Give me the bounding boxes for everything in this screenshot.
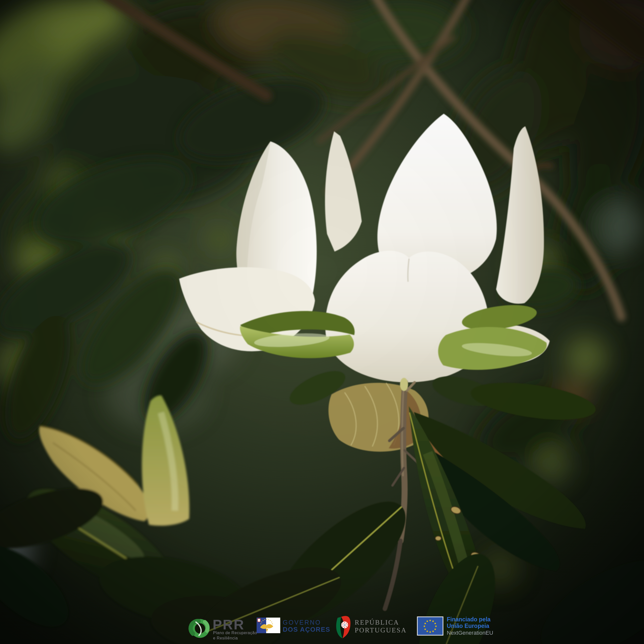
svg-text:★: ★ xyxy=(423,625,426,628)
governo-label-line1: GOVERNO xyxy=(283,619,321,626)
azores-flag-icon xyxy=(257,618,280,633)
photo-svg: PRR Plano de Recuperação e Resiliência xyxy=(0,0,644,644)
svg-text:★: ★ xyxy=(434,628,436,631)
eu-label-line1: Financiado pela xyxy=(447,616,491,623)
eu-flag-icon: ★ ★ ★ ★ ★ ★ ★ ★ ★ ★ ★ ★ xyxy=(417,617,443,635)
governo-label-line2: DOS AÇORES xyxy=(283,626,330,633)
vignette xyxy=(0,0,644,644)
eu-label-line3: NextGenerationEU xyxy=(447,630,493,636)
prr-tagline-line1: Plano de Recuperação xyxy=(213,631,257,635)
eu-label-line2: União Europeia xyxy=(447,623,489,629)
svg-text:★: ★ xyxy=(424,628,426,631)
azores-shield xyxy=(258,619,260,622)
svg-text:★: ★ xyxy=(426,620,429,623)
svg-text:★: ★ xyxy=(426,630,429,633)
republica-label-line1: REPÚBLICA xyxy=(355,619,399,626)
svg-text:★: ★ xyxy=(429,630,431,634)
svg-text:★: ★ xyxy=(432,630,434,633)
azores-logo: GOVERNO DOS AÇORES xyxy=(257,618,330,633)
magnolia-photo: PRR Plano de Recuperação e Resiliência xyxy=(0,0,644,644)
portugal-emblem xyxy=(341,622,348,628)
eu-logo: ★ ★ ★ ★ ★ ★ ★ ★ ★ ★ ★ ★ Financiado pela … xyxy=(417,616,493,636)
prr-wordmark: PRR xyxy=(213,617,245,632)
republica-label-line2: PORTUGUESA xyxy=(355,626,407,634)
svg-text:★: ★ xyxy=(429,619,431,622)
prr-tagline-line2: e Resiliência xyxy=(213,636,238,640)
